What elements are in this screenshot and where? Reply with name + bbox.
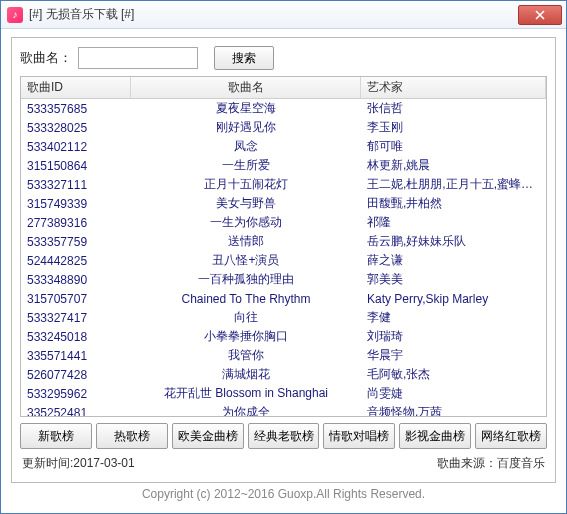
cell-id: 533328025 (21, 121, 131, 135)
search-row: 歌曲名： 搜索 (20, 46, 547, 70)
cell-artist: 薛之谦 (361, 252, 546, 269)
source-label: 歌曲来源：百度音乐 (437, 455, 545, 472)
cell-id: 533402112 (21, 140, 131, 154)
cell-id: 315150864 (21, 159, 131, 173)
cell-artist: 王二妮,杜朋朋,正月十五,蜜蜂少女... (361, 176, 546, 193)
cell-id: 533348890 (21, 273, 131, 287)
cell-artist: 张信哲 (361, 100, 546, 117)
cell-id: 533327417 (21, 311, 131, 325)
cell-artist: 李健 (361, 309, 546, 326)
table-row[interactable]: 335252481为你成全音频怪物,万茜 (21, 403, 546, 416)
cell-artist: 田馥甄,井柏然 (361, 195, 546, 212)
table-row[interactable]: 533348890一百种孤独的理由郭美美 (21, 270, 546, 289)
app-icon: ♪ (7, 7, 23, 23)
category-buttons: 新歌榜热歌榜欧美金曲榜经典老歌榜情歌对唱榜影视金曲榜网络红歌榜 (20, 423, 547, 449)
cell-id: 524442825 (21, 254, 131, 268)
cell-artist: 华晨宇 (361, 347, 546, 364)
close-icon (535, 10, 545, 20)
cell-artist: 郁可唯 (361, 138, 546, 155)
cell-artist: 李玉刚 (361, 119, 546, 136)
cell-artist: 岳云鹏,好妹妹乐队 (361, 233, 546, 250)
cell-name: 美女与野兽 (131, 195, 361, 212)
category-button[interactable]: 经典老歌榜 (248, 423, 320, 449)
cell-name: 一生所爱 (131, 157, 361, 174)
cell-name: Chained To The Rhythm (131, 292, 361, 306)
category-button[interactable]: 网络红歌榜 (475, 423, 547, 449)
cell-artist: 毛阿敏,张杰 (361, 366, 546, 383)
content-area: 歌曲名： 搜索 歌曲ID 歌曲名 艺术家 533357685夏夜星空海张信哲53… (1, 29, 566, 513)
cell-name: 满城烟花 (131, 366, 361, 383)
cell-name: 正月十五闹花灯 (131, 176, 361, 193)
table-row[interactable]: 533295962花开乱世 Blossom in Shanghai尚雯婕 (21, 384, 546, 403)
cell-id: 335252481 (21, 406, 131, 417)
window-title: [#] 无损音乐下载 [#] (29, 6, 518, 23)
table-row[interactable]: 315749339美女与野兽田馥甄,井柏然 (21, 194, 546, 213)
search-label: 歌曲名： (20, 49, 72, 67)
category-button[interactable]: 热歌榜 (96, 423, 168, 449)
category-button[interactable]: 影视金曲榜 (399, 423, 471, 449)
category-button[interactable]: 欧美金曲榜 (172, 423, 244, 449)
update-time: 更新时间:2017-03-01 (22, 455, 135, 472)
table-row[interactable]: 533327417向往李健 (21, 308, 546, 327)
close-button[interactable] (518, 5, 562, 25)
table-row[interactable]: 533245018小拳拳捶你胸口刘瑞琦 (21, 327, 546, 346)
table-row[interactable]: 533328025刚好遇见你李玉刚 (21, 118, 546, 137)
table-row[interactable]: 524442825丑八怪+演员薛之谦 (21, 251, 546, 270)
cell-name: 夏夜星空海 (131, 100, 361, 117)
inner-panel: 歌曲名： 搜索 歌曲ID 歌曲名 艺术家 533357685夏夜星空海张信哲53… (11, 37, 556, 483)
status-row: 更新时间:2017-03-01 歌曲来源：百度音乐 (20, 449, 547, 474)
cell-name: 一百种孤独的理由 (131, 271, 361, 288)
table-row[interactable]: 526077428满城烟花毛阿敏,张杰 (21, 365, 546, 384)
table-row[interactable]: 533357759送情郎岳云鹏,好妹妹乐队 (21, 232, 546, 251)
song-table: 歌曲ID 歌曲名 艺术家 533357685夏夜星空海张信哲533328025刚… (20, 76, 547, 417)
table-row[interactable]: 315150864一生所爱林更新,姚晨 (21, 156, 546, 175)
header-name[interactable]: 歌曲名 (131, 77, 361, 98)
cell-id: 533327111 (21, 178, 131, 192)
search-button[interactable]: 搜索 (214, 46, 274, 70)
header-artist[interactable]: 艺术家 (361, 77, 546, 98)
cell-artist: 刘瑞琦 (361, 328, 546, 345)
cell-name: 向往 (131, 309, 361, 326)
cell-name: 花开乱世 Blossom in Shanghai (131, 385, 361, 402)
cell-artist: 音频怪物,万茜 (361, 404, 546, 416)
table-row[interactable]: 335571441我管你华晨宇 (21, 346, 546, 365)
table-row[interactable]: 533402112凤念郁可唯 (21, 137, 546, 156)
app-window: ♪ [#] 无损音乐下载 [#] 歌曲名： 搜索 歌曲ID 歌曲名 艺术家 53… (0, 0, 567, 514)
cell-artist: 郭美美 (361, 271, 546, 288)
table-row[interactable]: 315705707Chained To The RhythmKaty Perry… (21, 289, 546, 308)
titlebar: ♪ [#] 无损音乐下载 [#] (1, 1, 566, 29)
cell-name: 凤念 (131, 138, 361, 155)
table-row[interactable]: 533327111正月十五闹花灯王二妮,杜朋朋,正月十五,蜜蜂少女... (21, 175, 546, 194)
footer-copyright: Copyright (c) 2012~2016 Guoxp.All Rights… (11, 483, 556, 507)
cell-artist: 祁隆 (361, 214, 546, 231)
cell-name: 小拳拳捶你胸口 (131, 328, 361, 345)
cell-id: 533245018 (21, 330, 131, 344)
cell-artist: Katy Perry,Skip Marley (361, 292, 546, 306)
cell-id: 526077428 (21, 368, 131, 382)
cell-name: 送情郎 (131, 233, 361, 250)
table-row[interactable]: 533357685夏夜星空海张信哲 (21, 99, 546, 118)
cell-id: 277389316 (21, 216, 131, 230)
cell-id: 533357685 (21, 102, 131, 116)
cell-name: 我管你 (131, 347, 361, 364)
table-header: 歌曲ID 歌曲名 艺术家 (21, 77, 546, 99)
search-input[interactable] (78, 47, 198, 69)
cell-name: 为你成全 (131, 404, 361, 416)
cell-artist: 林更新,姚晨 (361, 157, 546, 174)
cell-id: 533295962 (21, 387, 131, 401)
cell-name: 刚好遇见你 (131, 119, 361, 136)
category-button[interactable]: 新歌榜 (20, 423, 92, 449)
header-id[interactable]: 歌曲ID (21, 77, 131, 98)
table-row[interactable]: 277389316一生为你感动祁隆 (21, 213, 546, 232)
category-button[interactable]: 情歌对唱榜 (323, 423, 395, 449)
cell-id: 335571441 (21, 349, 131, 363)
cell-id: 533357759 (21, 235, 131, 249)
cell-id: 315749339 (21, 197, 131, 211)
table-body[interactable]: 533357685夏夜星空海张信哲533328025刚好遇见你李玉刚533402… (21, 99, 546, 416)
cell-id: 315705707 (21, 292, 131, 306)
cell-name: 一生为你感动 (131, 214, 361, 231)
cell-artist: 尚雯婕 (361, 385, 546, 402)
cell-name: 丑八怪+演员 (131, 252, 361, 269)
